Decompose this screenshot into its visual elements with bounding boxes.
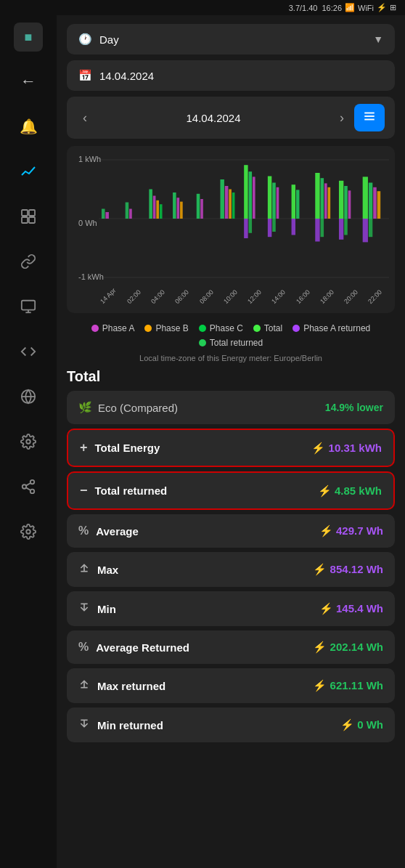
legend-phase-a-label: Phase A	[102, 323, 135, 333]
legend-phase-c: Phase C	[199, 323, 243, 333]
average-label: Average	[96, 525, 139, 538]
legend-total-returned-label: Total returned	[210, 338, 263, 348]
average-left: % Average	[78, 524, 139, 538]
max-returned-row[interactable]: Max returned ⚡ 621.11 Wh	[67, 668, 395, 703]
svg-rect-0	[22, 210, 28, 216]
logo-icon: ■	[25, 30, 33, 45]
legend-phase-a: Phase A	[91, 323, 135, 333]
eco-icon: 🌿	[78, 401, 92, 414]
eco-label: Eco (Compared)	[98, 402, 178, 414]
legend-phase-a-returned-label: Phase A returned	[303, 323, 370, 333]
svg-rect-31	[177, 198, 180, 219]
svg-rect-22	[102, 209, 105, 219]
sidebar-item-globe[interactable]	[9, 377, 48, 416]
total-returned-left: − Total returned	[80, 483, 167, 498]
total-returned-row[interactable]: − Total returned ⚡ 4.85 kWh	[67, 471, 395, 510]
average-returned-label: Average Returned	[96, 641, 189, 654]
svg-rect-32	[180, 202, 183, 219]
eco-row[interactable]: 🌿 Eco (Compared) 14.9% lower	[67, 391, 395, 424]
min-returned-row[interactable]: Min returned ⚡ 0 Wh	[67, 707, 395, 742]
svg-rect-38	[232, 192, 235, 219]
eco-value: 14.9% lower	[325, 402, 383, 413]
calendar-icon: 📅	[78, 69, 92, 82]
period-icon: 🕐	[78, 33, 92, 46]
network-icon: ⊞	[390, 3, 396, 12]
time-display: 16:26	[322, 4, 342, 12]
svg-rect-49	[292, 184, 295, 219]
sidebar-item-alert[interactable]: 🔔	[9, 107, 48, 146]
y-label-mid: 0 Wh	[78, 219, 97, 227]
average-returned-icon: %	[78, 641, 89, 654]
max-returned-label: Max returned	[97, 680, 165, 692]
svg-rect-66	[377, 191, 381, 219]
svg-rect-48	[272, 219, 276, 232]
svg-rect-37	[229, 190, 232, 219]
sidebar-item-code[interactable]	[9, 332, 48, 371]
min-label: Min	[97, 603, 116, 615]
svg-rect-41	[253, 177, 255, 219]
sidebar-item-back[interactable]: ←	[9, 62, 48, 101]
eco-left: 🌿 Eco (Compared)	[78, 401, 178, 414]
total-energy-label: Total Energy	[95, 442, 160, 454]
svg-rect-54	[324, 183, 327, 219]
total-energy-value: ⚡ 10.31 kWh	[311, 442, 382, 455]
svg-rect-68	[369, 219, 372, 237]
period-dropdown[interactable]: 🕐 Day ▼	[67, 24, 395, 54]
max-returned-icon	[78, 678, 90, 693]
average-value: ⚡ 429.7 Wh	[319, 524, 383, 538]
legend-phase-b-label: Phase B	[155, 323, 188, 333]
svg-rect-39	[244, 165, 248, 219]
svg-rect-4	[22, 301, 35, 310]
legend-total-label: Total	[264, 323, 282, 333]
average-returned-row[interactable]: % Average Returned ⚡ 202.14 Wh	[67, 630, 395, 664]
max-label: Max	[97, 564, 118, 576]
svg-rect-58	[339, 181, 343, 219]
average-row[interactable]: % Average ⚡ 429.7 Wh	[67, 514, 395, 548]
svg-rect-62	[344, 219, 348, 235]
svg-rect-63	[363, 177, 368, 219]
total-returned-label: Total returned	[95, 484, 168, 497]
battery-text: 3.7/1.40	[289, 4, 318, 12]
svg-point-12	[30, 490, 35, 494]
total-returned-value: ⚡ 4.85 kWh	[318, 484, 382, 498]
svg-rect-1	[29, 210, 35, 216]
chart-svg	[73, 153, 389, 284]
svg-rect-23	[105, 212, 109, 219]
list-view-button[interactable]	[354, 104, 385, 131]
svg-rect-43	[249, 219, 253, 233]
svg-point-11	[22, 484, 27, 489]
svg-rect-25	[129, 209, 132, 219]
svg-rect-47	[268, 219, 271, 237]
total-energy-row[interactable]: + Total Energy ⚡ 10.31 kWh	[67, 429, 395, 467]
sidebar-item-panels[interactable]	[9, 197, 48, 236]
date-dropdown[interactable]: 📅 14.04.2024	[67, 60, 395, 91]
date-label: 14.04.2024	[99, 70, 154, 82]
svg-rect-67	[363, 219, 368, 242]
legend-phase-c-label: Phase C	[210, 323, 243, 333]
date-prev-button[interactable]: ‹	[77, 109, 93, 127]
svg-rect-64	[369, 183, 372, 219]
sidebar-item-settings-cog[interactable]	[9, 422, 48, 461]
svg-rect-51	[292, 219, 295, 235]
sidebar-item-display[interactable]	[9, 287, 48, 326]
sidebar-item-config[interactable]	[9, 512, 48, 551]
sidebar-item-link[interactable]	[9, 242, 48, 281]
section-title: Total	[67, 368, 395, 385]
min-row[interactable]: Min ⚡ 145.4 Wh	[67, 591, 395, 626]
min-icon	[78, 601, 90, 616]
svg-rect-29	[160, 204, 163, 219]
svg-rect-27	[153, 196, 156, 219]
max-returned-value: ⚡ 621.11 Wh	[313, 679, 383, 692]
timezone-note: Local time-zone of this Energy meter: Eu…	[67, 354, 395, 362]
sidebar-item-chart[interactable]	[9, 152, 48, 191]
svg-rect-34	[200, 199, 203, 219]
svg-rect-2	[22, 217, 28, 223]
bluetooth-icon: ⚡	[377, 3, 387, 12]
svg-rect-35	[220, 179, 224, 219]
date-next-button[interactable]: ›	[334, 109, 350, 127]
max-value: ⚡ 854.12 Wh	[313, 563, 383, 576]
y-label-bot: -1 kWh	[78, 272, 104, 281]
sidebar-item-share[interactable]	[9, 467, 48, 506]
sidebar: ■ ← 🔔	[0, 15, 57, 868]
max-row[interactable]: Max ⚡ 854.12 Wh	[67, 552, 395, 587]
